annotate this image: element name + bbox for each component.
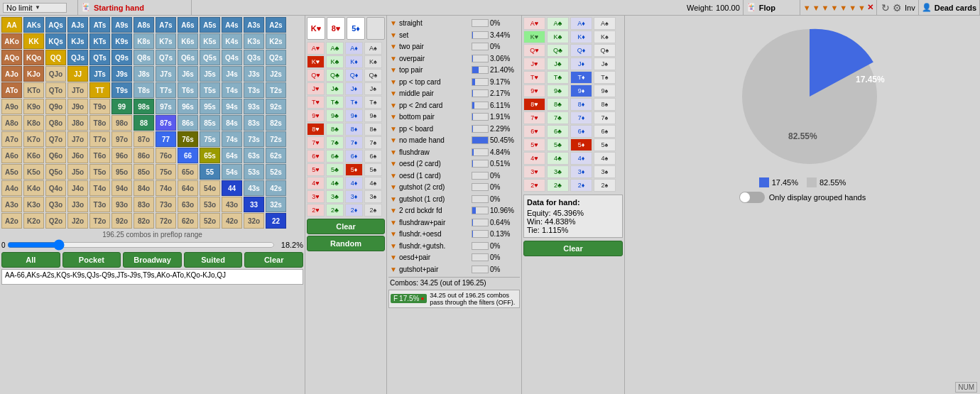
matrix-cell[interactable]: 72s [266, 131, 286, 147]
flop-card-item[interactable]: 7♣ [326, 136, 344, 149]
matrix-cell[interactable]: JTo [67, 82, 88, 98]
matrix-cell[interactable]: 85s [200, 115, 220, 131]
matrix-cell[interactable]: KTs [89, 33, 110, 49]
matrix-cell[interactable]: 66 [178, 148, 198, 163]
matrix-cell[interactable]: 77 [156, 131, 176, 147]
matrix-cell[interactable]: A6s [178, 17, 198, 33]
matrix-cell[interactable]: 97s [156, 99, 176, 114]
matrix-cell[interactable]: JJ [67, 66, 88, 82]
dead-card-item[interactable]: T♦ [570, 71, 592, 84]
filter-down-icon[interactable]: ▼ [390, 253, 397, 261]
matrix-cell[interactable]: 42o [222, 213, 242, 229]
matrix-cell[interactable]: 97o [111, 131, 132, 147]
matrix-cell[interactable]: A4s [222, 17, 242, 33]
flop-card-item[interactable]: K♠ [364, 55, 382, 68]
dead-card-item[interactable]: 4♣ [547, 152, 569, 165]
matrix-cell[interactable]: ATs [89, 17, 110, 33]
flop-card-item[interactable]: 8♣ [326, 123, 344, 136]
matrix-cell[interactable]: 83s [244, 115, 264, 131]
flop-card-item[interactable]: A♠ [364, 42, 382, 55]
matrix-cell[interactable]: A9s [111, 17, 132, 33]
matrix-cell[interactable]: 94o [111, 180, 132, 196]
matrix-cell[interactable]: JTs [89, 66, 110, 82]
filter-down-icon[interactable]: ▼ [390, 230, 397, 238]
flop-card-item[interactable]: Q♦ [345, 69, 363, 82]
flop-card-item[interactable]: 3♣ [326, 190, 344, 203]
matrix-cell[interactable]: A9o [1, 99, 22, 114]
filter-down-icon[interactable]: ▼ [390, 113, 397, 121]
dead-card-item[interactable]: 9♦ [570, 84, 592, 97]
dead-card-item[interactable]: 9♥ [523, 84, 545, 97]
filter-down-icon[interactable]: ▼ [390, 19, 397, 27]
flop-card-item[interactable]: 6♠ [364, 150, 382, 163]
matrix-cell[interactable]: 75o [156, 164, 176, 180]
matrix-cell[interactable]: Q8s [134, 50, 154, 65]
flop-card-item[interactable]: 9♣ [326, 109, 344, 122]
flop-card-item[interactable]: K♥ [307, 55, 325, 68]
flop-card-item[interactable]: 5♠ [364, 163, 382, 176]
matrix-cell[interactable]: 98s [134, 99, 154, 114]
matrix-cell[interactable]: T3o [89, 197, 110, 212]
refresh-icon[interactable]: ↻ [881, 2, 890, 13]
dead-card-item[interactable]: K♦ [570, 31, 592, 43]
dead-card-item[interactable]: 3♣ [547, 165, 569, 178]
flop-card-item[interactable]: 3♦ [345, 190, 363, 203]
matrix-cell[interactable]: AJo [1, 66, 22, 82]
matrix-cell[interactable]: AQo [1, 50, 22, 65]
filter-down-icon[interactable]: ▼ [390, 266, 397, 273]
flop-card-item[interactable]: 7♠ [364, 136, 382, 149]
matrix-cell[interactable]: Q7s [156, 50, 176, 65]
no-limit-select[interactable]: No limit ▼ [3, 3, 67, 13]
matrix-cell[interactable]: J2s [266, 66, 286, 82]
dead-card-item[interactable]: 8♣ [547, 98, 569, 111]
matrix-cell[interactable]: J9o [67, 99, 88, 114]
matrix-cell[interactable]: 43o [222, 197, 242, 212]
dead-cards-clear-button[interactable]: Clear [523, 241, 623, 256]
matrix-cell[interactable]: 86o [134, 148, 154, 163]
flop-card-item[interactable]: 5♣ [326, 163, 344, 176]
dead-card-item[interactable]: 5♥ [523, 138, 545, 151]
matrix-cell[interactable]: A2s [266, 17, 286, 33]
matrix-cell[interactable]: T7s [156, 82, 176, 98]
flop-card-item[interactable]: Q♣ [326, 69, 344, 82]
weight-slider[interactable] [7, 242, 275, 248]
matrix-cell[interactable]: T4o [89, 180, 110, 196]
matrix-cell[interactable]: K8s [134, 33, 154, 49]
dead-card-item[interactable]: J♠ [594, 58, 616, 70]
matrix-cell[interactable]: Q5o [45, 164, 66, 180]
flop-card-item[interactable]: 2♣ [326, 204, 344, 217]
matrix-cell[interactable]: J2o [67, 213, 88, 229]
matrix-cell[interactable]: QTo [45, 82, 66, 98]
matrix-cell[interactable]: T9o [89, 99, 110, 114]
grouped-hands-toggle[interactable] [739, 192, 765, 203]
flop-clear-button[interactable]: Clear [307, 219, 385, 234]
filter-down-icon[interactable]: ▼ [390, 160, 397, 168]
matrix-cell[interactable]: 76o [156, 148, 176, 163]
matrix-cell[interactable]: 74o [156, 180, 176, 196]
all-button[interactable]: All [1, 252, 60, 268]
dead-card-item[interactable]: T♠ [594, 71, 616, 84]
matrix-cell[interactable]: T7o [89, 131, 110, 147]
filter-down-icon[interactable]: ▼ [390, 31, 397, 39]
dead-card-item[interactable]: 4♦ [570, 152, 592, 165]
flop-card-item[interactable]: 3♠ [364, 190, 382, 203]
matrix-cell[interactable]: A7s [156, 17, 176, 33]
matrix-cell[interactable]: K6o [23, 148, 44, 163]
matrix-cell[interactable]: 73o [156, 197, 176, 212]
dead-card-item[interactable]: 3♥ [523, 165, 545, 178]
flop-card-item[interactable]: 7♥ [307, 136, 325, 149]
dead-card-item[interactable]: J♥ [523, 58, 545, 70]
matrix-cell[interactable]: K9o [23, 99, 44, 114]
matrix-cell[interactable]: 63o [178, 197, 198, 212]
filter-down-icon[interactable]: ▼ [390, 136, 397, 144]
flop-card-item[interactable]: 6♣ [326, 150, 344, 163]
dead-card-item[interactable]: 7♥ [523, 111, 545, 124]
matrix-cell[interactable]: 92o [111, 213, 132, 229]
dead-card-item[interactable]: 5♠ [594, 138, 616, 151]
matrix-cell[interactable]: AKs [23, 17, 44, 33]
flop-card-item[interactable]: 6♦ [345, 150, 363, 163]
matrix-cell[interactable]: T6s [178, 82, 198, 98]
matrix-cell[interactable]: 72o [156, 213, 176, 229]
flop-random-button[interactable]: Random [307, 236, 385, 251]
flop-card-item[interactable]: Q♠ [364, 69, 382, 82]
